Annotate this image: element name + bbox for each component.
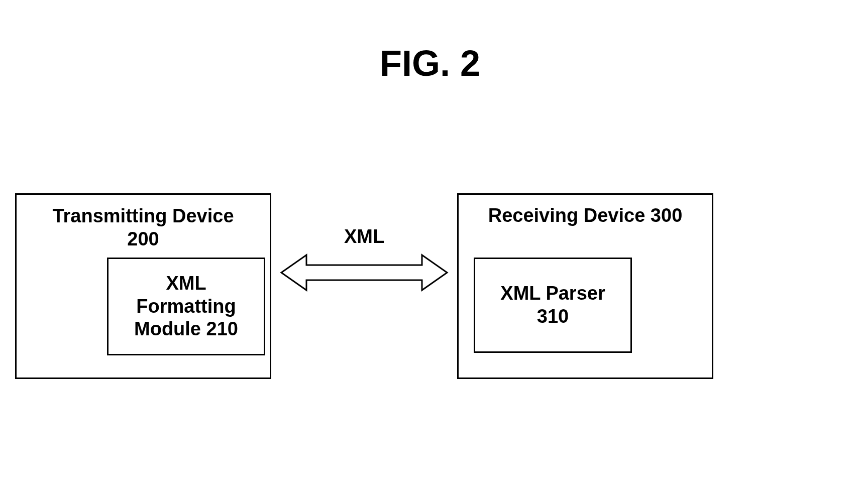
connection-label: XML [279, 226, 450, 247]
transmitting-device-label: Transmitting Device 200 [24, 205, 262, 250]
transmitting-device-box: Transmitting Device 200 XML Formatting M… [15, 193, 271, 379]
transmitting-title-line1: Transmitting Device [52, 205, 234, 226]
module-line3: Module 210 [134, 318, 238, 339]
transmitting-title-line2: 200 [127, 228, 159, 249]
parser-line2: 310 [537, 306, 569, 327]
module-line1: XML [166, 273, 206, 294]
xml-parser-box: XML Parser 310 [474, 258, 632, 353]
module-line2: Formatting [136, 296, 236, 317]
connection-arrow-container: XML [279, 226, 450, 301]
parser-line1: XML Parser [500, 283, 605, 304]
bidirectional-arrow-icon [279, 250, 450, 295]
xml-formatting-module-box: XML Formatting Module 210 [107, 258, 265, 355]
receiving-device-box: Receiving Device 300 XML Parser 310 [457, 193, 713, 379]
figure-title: FIG. 2 [380, 43, 480, 84]
xml-formatting-module-label: XML Formatting Module 210 [134, 272, 238, 341]
receiving-device-label: Receiving Device 300 [466, 205, 704, 226]
xml-parser-label: XML Parser 310 [500, 282, 605, 328]
